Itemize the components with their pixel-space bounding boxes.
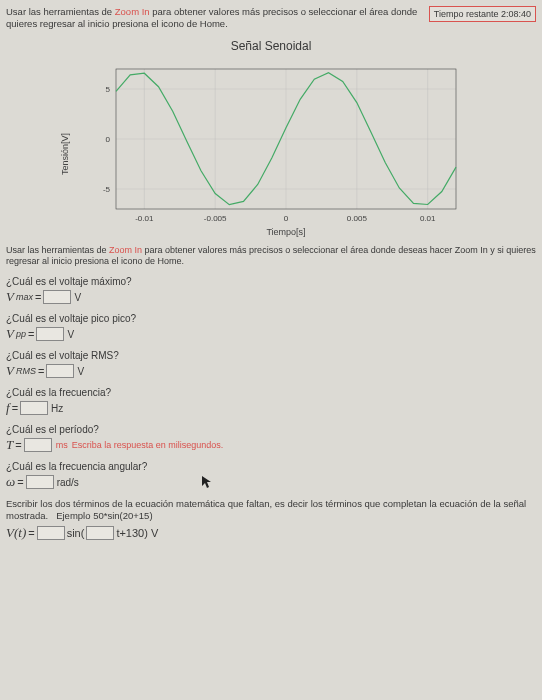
- svg-text:0.005: 0.005: [347, 214, 368, 223]
- chart-svg[interactable]: Tensión[V] -505-0.01-0.00500.0050.01 Tie…: [56, 59, 486, 239]
- svg-text:-5: -5: [103, 185, 111, 194]
- svg-text:-0.01: -0.01: [135, 214, 154, 223]
- timer-box: Tiempo restante 2:08:40: [429, 6, 536, 22]
- q-omega-formula: ω = rad/s: [6, 474, 536, 490]
- q-vmax-label: ¿Cuál es el voltaje máximo?: [6, 276, 536, 287]
- freq-input[interactable]: [20, 401, 48, 415]
- vrms-input[interactable]: [46, 364, 74, 378]
- q-vpp-label: ¿Cuál es el voltaje pico pico?: [6, 313, 536, 324]
- y-axis-label: Tensión[V]: [60, 133, 70, 175]
- q-vpp-formula: Vpp = V: [6, 326, 536, 342]
- vpp-input[interactable]: [36, 327, 64, 341]
- zoom-in-text: Zoom In: [115, 6, 150, 17]
- svg-text:5: 5: [106, 85, 111, 94]
- essay-arg-input[interactable]: [86, 526, 114, 540]
- x-axis-label: Tiempo[s]: [266, 227, 305, 237]
- zoom-in-text-2: Zoom In: [109, 245, 142, 255]
- q-period-formula: T = ms Escriba la respuesta en milisegun…: [6, 437, 536, 453]
- q-vmax-formula: Vmax = V: [6, 289, 536, 305]
- q-freq-formula: f = Hz: [6, 400, 536, 416]
- essay-formula: V(t) = sin( t+130) V: [6, 525, 536, 541]
- vmax-input[interactable]: [43, 290, 71, 304]
- q-period-label: ¿Cuál es el período?: [6, 424, 536, 435]
- period-input[interactable]: [24, 438, 52, 452]
- essay-amp-input[interactable]: [37, 526, 65, 540]
- header-instruction: Usar las herramientas de Zoom In para ob…: [6, 6, 425, 31]
- cursor-icon: [201, 475, 213, 489]
- svg-text:0: 0: [284, 214, 289, 223]
- svg-text:0: 0: [106, 135, 111, 144]
- instruction-2: Usar las herramientas de Zoom In para ob…: [6, 245, 536, 268]
- chart-container: Señal Senoidal Tensión[V] -505-0.01-0.00…: [51, 39, 491, 239]
- chart-title: Señal Senoidal: [51, 39, 491, 53]
- essay-instruction: Escribir los dos términos de la ecuación…: [6, 498, 536, 523]
- q-omega-label: ¿Cuál es la frecuencia angular?: [6, 461, 536, 472]
- omega-input[interactable]: [26, 475, 54, 489]
- q-freq-label: ¿Cuál es la frecuencia?: [6, 387, 536, 398]
- period-hint: Escriba la respuesta en milisegundos.: [72, 440, 224, 450]
- q-vrms-label: ¿Cuál es el voltaje RMS?: [6, 350, 536, 361]
- svg-text:0.01: 0.01: [420, 214, 436, 223]
- q-vrms-formula: VRMS = V: [6, 363, 536, 379]
- svg-text:-0.005: -0.005: [204, 214, 227, 223]
